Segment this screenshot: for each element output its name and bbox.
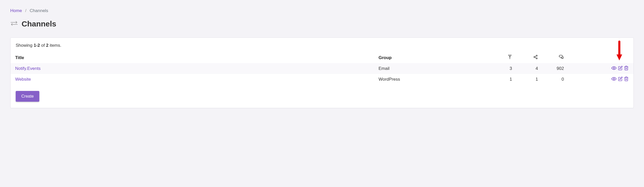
column-header-actions [568, 52, 633, 63]
breadcrumb-separator: / [25, 8, 26, 13]
swap-arrows-icon [10, 20, 18, 27]
column-header-sources [491, 52, 517, 63]
create-button[interactable]: Create [16, 91, 39, 102]
channel-group: WordPress [374, 74, 491, 85]
breadcrumb: Home / Channels [10, 8, 634, 13]
delete-icon[interactable] [624, 77, 628, 81]
view-icon[interactable] [611, 66, 617, 70]
table-row: Website WordPress 1 1 0 [11, 74, 633, 85]
channels-table: Title Group [11, 52, 633, 85]
channel-subscribers-count: 1 [517, 74, 543, 85]
chat-icon [559, 55, 564, 61]
column-header-title[interactable]: Title [11, 52, 374, 63]
edit-icon[interactable] [618, 66, 623, 70]
channel-subscribers-count: 4 [517, 63, 543, 74]
svg-line-7 [535, 56, 536, 57]
column-header-group[interactable]: Group [374, 52, 491, 63]
channel-title-link[interactable]: Notify.Events [15, 66, 41, 71]
edit-icon[interactable] [618, 77, 623, 81]
table-row: Notify.Events Email 3 4 902 [11, 63, 633, 74]
channel-title-link[interactable]: Website [15, 77, 31, 82]
broadcast-icon [508, 55, 512, 61]
channel-sources-count: 1 [491, 74, 517, 85]
channel-sources-count: 3 [491, 63, 517, 74]
svg-line-8 [535, 57, 536, 58]
svg-point-9 [613, 68, 615, 69]
channel-group: Email [374, 63, 491, 74]
channels-card: Showing 1-2 of 2 items. Title Group [10, 38, 634, 108]
column-header-messages [542, 52, 568, 63]
page-header: Channels [10, 20, 634, 28]
breadcrumb-current: Channels [30, 8, 48, 13]
svg-point-12 [613, 78, 615, 80]
showing-summary: Showing 1-2 of 2 items. [11, 43, 633, 52]
view-icon[interactable] [611, 77, 617, 81]
page-title: Channels [22, 20, 56, 28]
breadcrumb-home-link[interactable]: Home [10, 8, 22, 13]
channel-messages-count: 0 [542, 74, 568, 85]
channel-messages-count: 902 [542, 63, 568, 74]
share-icon [533, 55, 538, 61]
column-header-subscribers [517, 52, 543, 63]
delete-icon[interactable] [624, 66, 628, 70]
